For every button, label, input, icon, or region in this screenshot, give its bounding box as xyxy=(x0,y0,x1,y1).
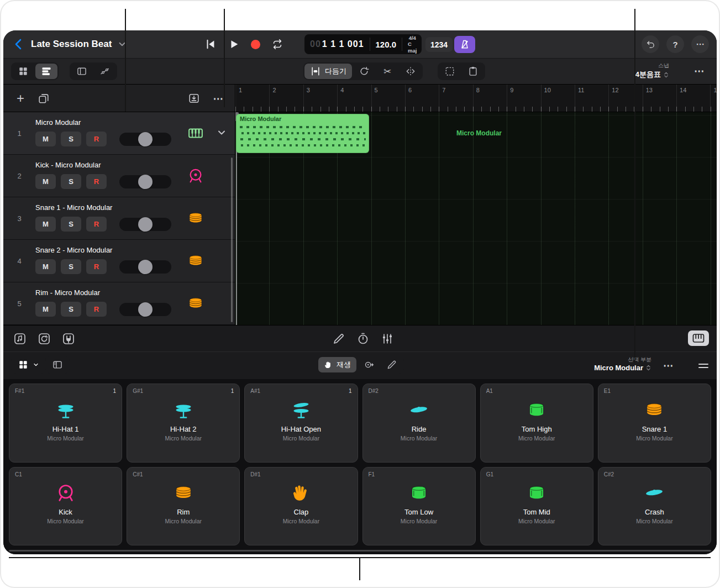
selection-picker[interactable]: 선택 부분 Micro Modular xyxy=(594,356,651,372)
volume-slider[interactable] xyxy=(119,303,171,316)
mute-button[interactable]: M xyxy=(35,302,56,317)
inspector-button[interactable] xyxy=(71,64,93,79)
drum-pad[interactable]: G1 Tom Mid Micro Modular xyxy=(480,467,593,546)
drum-pad[interactable]: C#2 Crash Micro Modular xyxy=(598,467,711,546)
drum-pad[interactable]: D#1 Clap Micro Modular xyxy=(244,467,358,546)
drum-pad[interactable]: F1 Tom Low Micro Modular xyxy=(362,467,476,546)
more-options-button[interactable]: ⋯ xyxy=(691,35,709,53)
help-button[interactable]: ? xyxy=(666,35,684,53)
surface-more-button[interactable]: ⋯ xyxy=(660,359,677,372)
drum-pad[interactable]: A#11 Hi-Hat Open Micro Modular xyxy=(244,384,358,463)
transport-controls xyxy=(204,30,283,58)
save-to-track-button[interactable] xyxy=(187,91,201,106)
edit-mode-button[interactable] xyxy=(381,357,403,372)
loop-tool-button[interactable] xyxy=(353,64,375,79)
pad-note-label: C1 xyxy=(15,471,22,477)
marquee-tool-button[interactable] xyxy=(439,64,461,79)
track-row[interactable]: 1 Micro Modular M S R xyxy=(3,112,235,155)
drum-pad[interactable]: D#2 Ride Micro Modular xyxy=(362,384,476,463)
selection-label: 선택 부분 xyxy=(594,356,651,364)
record-enable-button[interactable]: R xyxy=(86,259,107,274)
documentation-figure: Late Session Beat 001 1 1 001 120.0 4/4 … xyxy=(0,0,720,588)
quantize-button[interactable] xyxy=(356,332,370,345)
solo-button[interactable]: S xyxy=(61,302,81,317)
pad-name: Rim xyxy=(177,508,190,516)
tracks-area[interactable]: Micro Modular Micro Modular xyxy=(235,112,717,325)
plugins-button[interactable] xyxy=(62,332,75,345)
volume-slider[interactable] xyxy=(119,175,171,188)
mixer-button[interactable] xyxy=(381,332,394,345)
split-tool-button[interactable]: ✂ xyxy=(376,64,398,79)
duplicate-track-button[interactable] xyxy=(36,91,51,106)
tracks-view-button[interactable] xyxy=(35,64,57,79)
drum-pad[interactable]: C1 Kick Micro Modular xyxy=(9,467,122,546)
volume-slider[interactable] xyxy=(119,260,171,274)
drawer-resize-handle[interactable] xyxy=(9,550,711,552)
play-surface-toggle-button[interactable] xyxy=(688,330,709,346)
volume-knob[interactable] xyxy=(138,175,153,189)
pad-subtitle: Micro Modular xyxy=(47,435,84,442)
divide-tool-button[interactable] xyxy=(400,64,422,79)
volume-knob[interactable] xyxy=(138,302,153,317)
track-list-scrollbar[interactable] xyxy=(231,158,233,322)
clap-icon xyxy=(291,483,311,503)
volume-slider[interactable] xyxy=(119,218,171,231)
play-button[interactable] xyxy=(228,38,240,50)
cycle-button[interactable] xyxy=(271,38,283,50)
aim-mode-button[interactable] xyxy=(358,357,380,372)
track-row[interactable]: 4 Snare 2 - Micro Modular M S R xyxy=(3,240,235,282)
paste-button[interactable] xyxy=(462,64,484,79)
pad-grid-view-button[interactable] xyxy=(12,357,45,372)
metronome-button[interactable] xyxy=(454,36,475,53)
drum-pad[interactable]: F#11 Hi-Hat 1 Micro Modular xyxy=(9,384,122,463)
play-mode-button[interactable]: 재생 xyxy=(318,357,356,372)
trim-tool-button[interactable]: 다듬기 xyxy=(304,64,352,79)
volume-knob[interactable] xyxy=(138,132,153,146)
back-button[interactable] xyxy=(12,38,25,51)
snap-label: 스냅 xyxy=(635,62,669,70)
automation-button[interactable] xyxy=(94,64,116,79)
volume-slider[interactable] xyxy=(119,133,171,146)
drum-pad[interactable]: A1 Tom High Micro Modular xyxy=(480,384,593,463)
mute-button[interactable]: M xyxy=(35,259,56,274)
snap-setting[interactable]: 스냅 4분음표 xyxy=(635,62,669,80)
solo-button[interactable]: S xyxy=(61,132,81,146)
media-browser-button[interactable] xyxy=(13,332,27,345)
track-row[interactable]: 2 Kick - Micro Modular M S R xyxy=(3,155,235,197)
mute-button[interactable]: M xyxy=(35,132,56,146)
volume-knob[interactable] xyxy=(138,260,153,274)
count-in-button[interactable]: 1234 xyxy=(425,37,453,52)
mute-button[interactable]: M xyxy=(35,174,56,189)
track-name: Snare 1 - Micro Modular xyxy=(35,203,171,212)
loop-browser-button[interactable] xyxy=(38,332,51,345)
pencil-tool-button[interactable] xyxy=(332,332,345,345)
record-enable-button[interactable]: R xyxy=(86,132,107,146)
go-to-beginning-button[interactable] xyxy=(204,38,217,50)
drum-pad[interactable]: G#11 Hi-Hat 2 Micro Modular xyxy=(127,384,240,463)
edit-more-button[interactable]: ⋯ xyxy=(691,64,708,78)
region-notes-preview xyxy=(240,125,366,149)
track-row[interactable]: 3 Snare 1 - Micro Modular M S R xyxy=(3,197,235,240)
surface-handle-button[interactable] xyxy=(693,359,708,373)
track-row[interactable]: 5 Rim - Micro Modular M S R xyxy=(3,282,235,325)
lcd-display[interactable]: 001 1 1 001 120.0 4/4 C maj xyxy=(304,34,422,54)
drum-pad[interactable]: C#1 Rim Micro Modular xyxy=(127,467,240,546)
solo-button[interactable]: S xyxy=(61,259,81,274)
midi-region[interactable]: Micro Modular xyxy=(236,114,369,153)
pad-sidebar-button[interactable] xyxy=(46,357,69,372)
record-enable-button[interactable]: R xyxy=(86,217,107,232)
solo-button[interactable]: S xyxy=(61,217,81,232)
mute-button[interactable]: M xyxy=(35,217,56,232)
drum-pad[interactable]: E1 Snare 1 Micro Modular xyxy=(598,384,711,463)
undo-button[interactable] xyxy=(642,35,659,53)
grid-view-button[interactable] xyxy=(12,64,34,79)
bar-ruler[interactable]: 123456789101112131415 xyxy=(235,85,717,112)
volume-knob[interactable] xyxy=(138,217,153,232)
record-button[interactable] xyxy=(251,40,260,49)
pad-count-badge: 1 xyxy=(231,388,234,394)
add-track-button[interactable]: + xyxy=(13,91,28,106)
record-enable-button[interactable]: R xyxy=(86,302,107,317)
solo-button[interactable]: S xyxy=(61,174,81,189)
record-enable-button[interactable]: R xyxy=(86,174,107,189)
track-expand-button[interactable] xyxy=(213,125,228,141)
